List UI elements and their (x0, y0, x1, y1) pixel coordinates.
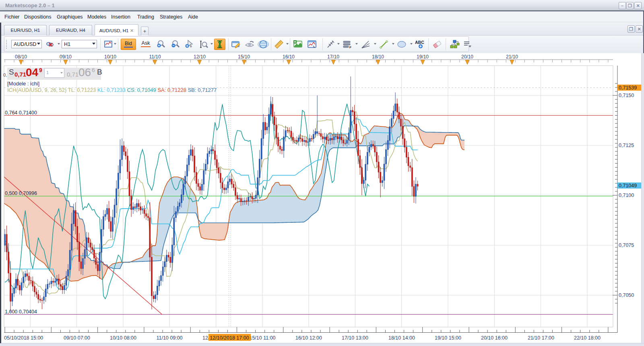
svg-text:08/10: 08/10 (15, 54, 27, 60)
svg-text:0,7125: 0,7125 (619, 143, 634, 148)
svg-text:15/10 11:00: 15/10 11:00 (249, 335, 275, 341)
svg-text:10/10 08:00: 10/10 08:00 (110, 335, 136, 341)
svg-text:20/10 16:00: 20/10 16:00 (481, 335, 508, 341)
svg-text:09/10: 09/10 (60, 54, 72, 60)
svg-text:15/10: 15/10 (238, 54, 250, 60)
svg-text:0,7050: 0,7050 (619, 292, 634, 298)
svg-text:ABC: ABC (415, 40, 424, 45)
svg-text:17/10: 17/10 (327, 54, 339, 60)
svg-text:0,7150: 0,7150 (619, 93, 634, 98)
svg-text:19/10: 19/10 (417, 54, 429, 60)
svg-text:22/10 18:00: 22/10 18:00 (574, 335, 601, 341)
svg-text:1,000 0,70404: 1,000 0,70404 (5, 309, 37, 315)
svg-text:12/10/2018 17:00: 12/10/2018 17:00 (210, 335, 249, 341)
svg-text:12/10: 12/10 (194, 54, 206, 60)
svg-text:0,500 0,70996: 0,500 0,70996 (5, 191, 37, 196)
svg-text:11/10: 11/10 (149, 54, 161, 60)
svg-text:0,71539: 0,71539 (619, 85, 637, 91)
svg-text:21/10 17:00: 21/10 17:00 (528, 335, 554, 341)
svg-text:16/10: 16/10 (283, 54, 295, 60)
svg-text:21/10: 21/10 (506, 54, 518, 60)
svg-text:19/10 15:00: 19/10 15:00 (435, 335, 461, 341)
svg-text:20/10: 20/10 (461, 54, 473, 60)
svg-text:11/10 09:00: 11/10 09:00 (156, 335, 182, 341)
svg-text:0,7075: 0,7075 (619, 242, 634, 248)
svg-text:18/10: 18/10 (372, 54, 384, 60)
svg-text:F: F (349, 46, 351, 49)
svg-text:10/10: 10/10 (104, 54, 116, 60)
svg-text:0,764 0,71400: 0,764 0,71400 (5, 110, 37, 116)
svg-text:17/10 13:00: 17/10 13:00 (342, 335, 368, 341)
svg-text:16/10 12:00: 16/10 12:00 (295, 335, 322, 341)
svg-text:0,71049: 0,71049 (619, 183, 637, 189)
svg-text:0,7100: 0,7100 (619, 193, 634, 198)
svg-text:09/10 07:00: 09/10 07:00 (64, 335, 90, 341)
svg-text:05/10/2018 15:00: 05/10/2018 15:00 (4, 335, 43, 341)
svg-text:18/10 14:00: 18/10 14:00 (388, 335, 415, 341)
